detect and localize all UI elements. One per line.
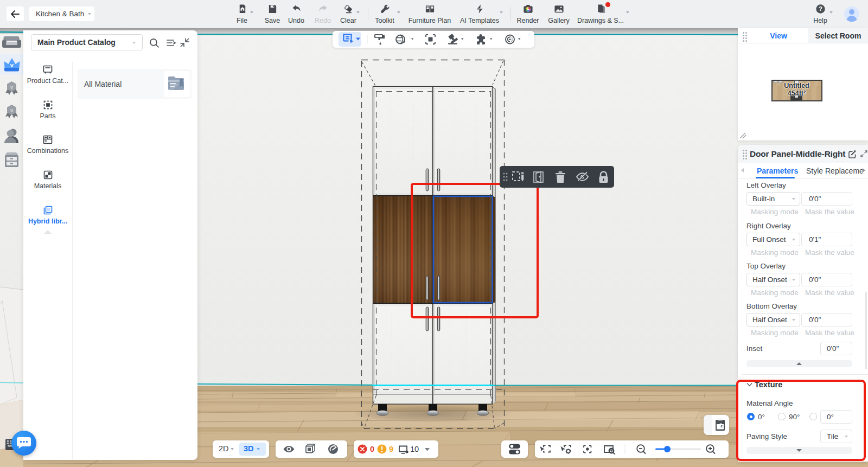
- svg-text:10: 10: [410, 445, 419, 453]
- svg-text:v: v: [10, 107, 14, 113]
- svg-text:0: 0: [370, 445, 374, 453]
- svg-text:?: ?: [819, 5, 822, 12]
- svg-text:9: 9: [389, 445, 393, 453]
- svg-text:v: v: [10, 84, 14, 90]
- svg-text:v: v: [10, 62, 14, 68]
